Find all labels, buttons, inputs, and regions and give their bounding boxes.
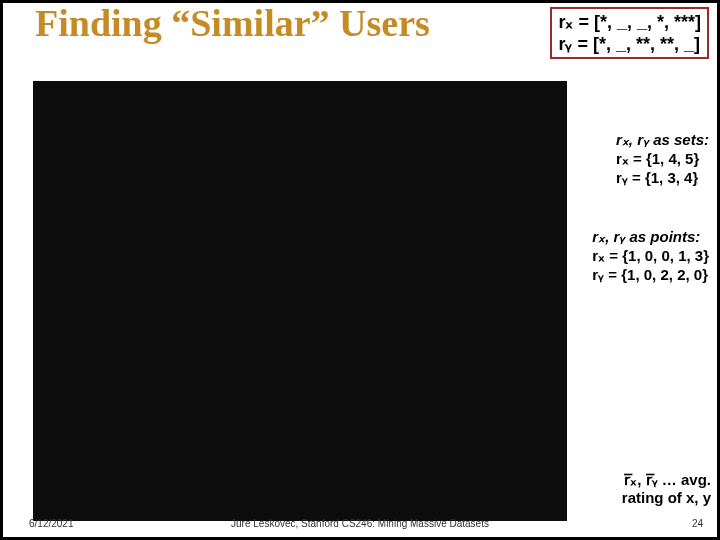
points-note: rₓ, rᵧ as points: rₓ = {1, 0, 0, 1, 3} r… [592,228,709,284]
rx-vector: rₓ = [*, _, _, *, ***] [558,11,701,33]
avg-note-line2: rating of x, y [622,489,711,507]
footer-center: Jure Leskovec, Stanford CS246: Mining Ma… [3,518,717,529]
points-note-rx: rₓ = {1, 0, 0, 1, 3} [592,247,709,266]
avg-note-line1: r̅ₓ, r̅ᵧ … avg. [622,471,711,489]
avg-note: r̅ₓ, r̅ᵧ … avg. rating of x, y [622,471,711,507]
sets-note-header: rₓ, rᵧ as sets: [616,131,709,150]
sets-note: rₓ, rᵧ as sets: rₓ = {1, 4, 5} rᵧ = {1, … [616,131,709,187]
sets-note-rx: rₓ = {1, 4, 5} [616,150,709,169]
footer-page-number: 24 [692,518,703,529]
points-note-ry: rᵧ = {1, 0, 2, 2, 0} [592,266,709,285]
rating-vectors-box: rₓ = [*, _, _, *, ***] rᵧ = [*, _, **, *… [550,7,709,59]
sets-note-ry: rᵧ = {1, 3, 4} [616,169,709,188]
slide: Finding “Similar” Users rₓ = [*, _, _, *… [3,3,717,537]
points-note-header: rₓ, rᵧ as points: [592,228,709,247]
redacted-content-block [33,81,567,521]
ry-vector: rᵧ = [*, _, **, **, _] [558,33,701,55]
slide-title: Finding “Similar” Users [35,1,430,45]
